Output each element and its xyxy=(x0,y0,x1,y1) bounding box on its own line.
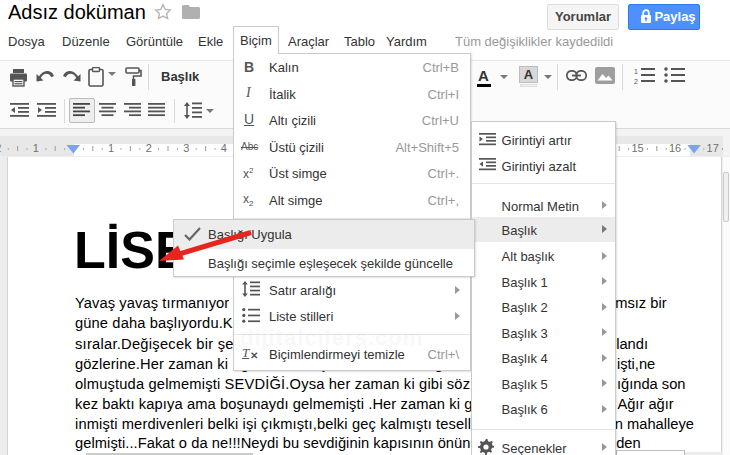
svg-text:3: 3 xyxy=(183,142,189,154)
svg-text:2: 2 xyxy=(0,142,1,154)
svg-text:1: 1 xyxy=(108,142,114,154)
svg-text:2: 2 xyxy=(634,78,638,85)
svg-text:17: 17 xyxy=(707,142,719,154)
svg-text:1: 1 xyxy=(634,68,638,75)
svg-text:15: 15 xyxy=(631,142,643,154)
svg-text:2: 2 xyxy=(146,142,152,154)
svg-text:4: 4 xyxy=(221,142,227,154)
svg-text:1: 1 xyxy=(33,142,39,154)
svg-text:16: 16 xyxy=(669,142,681,154)
